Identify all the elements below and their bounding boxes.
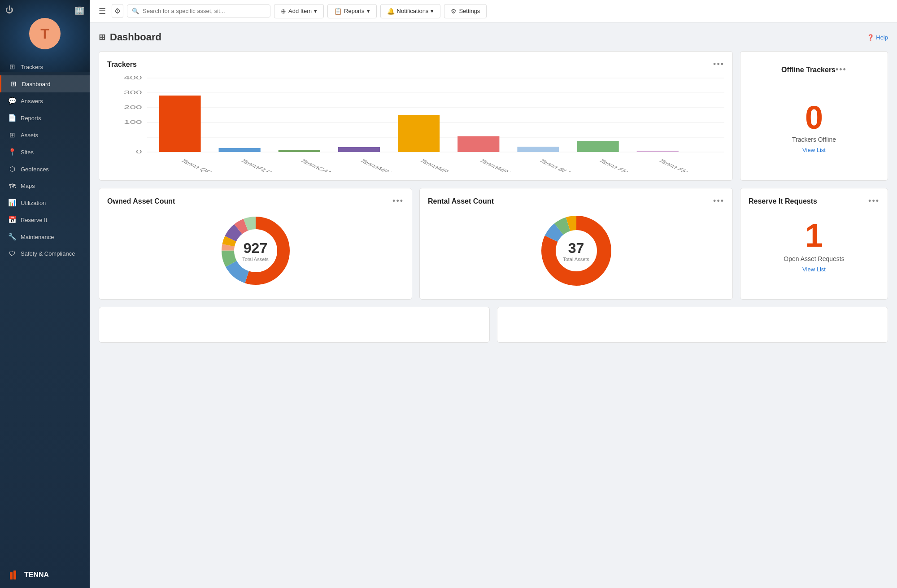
bar-chart-svg: 400 300 200 100 0 Tenna QR TennaFLEET II xyxy=(107,74,724,172)
bar-fleet-jbus xyxy=(637,151,679,152)
sidebar-label-dashboard: Dashboard xyxy=(22,81,51,87)
sidebar-item-trackers[interactable]: ⊞Trackers xyxy=(0,58,90,75)
filter-icon[interactable]: ⚙ xyxy=(112,4,123,18)
sidebar-icon-dashboard: ⊞ xyxy=(9,80,17,88)
bar-tennamini-solar xyxy=(338,147,380,152)
bar-tenna-ble xyxy=(517,147,559,152)
sidebar-label-maps: Maps xyxy=(21,183,35,189)
offline-card-menu[interactable]: ••• xyxy=(836,65,847,74)
offline-view-list[interactable]: View List xyxy=(802,147,826,153)
sidebar-item-assets[interactable]: ⊞Assets xyxy=(0,126,90,144)
power-button[interactable]: ⏻ xyxy=(5,5,13,15)
sidebar-item-utilization[interactable]: 📊Utilization xyxy=(0,194,90,211)
offline-label: Trackers Offline xyxy=(792,136,836,143)
settings-icon: ⚙ xyxy=(451,8,457,15)
bar-fleet-obdii xyxy=(577,141,619,152)
menu-icon[interactable]: ☰ xyxy=(96,4,108,18)
page-title: ⊞ Dashboard xyxy=(99,31,161,43)
extra-card-2 xyxy=(497,307,888,343)
sidebar-item-geofences[interactable]: ⬡Geofences xyxy=(0,161,90,178)
sidebar-item-reserve-it[interactable]: 📅Reserve It xyxy=(0,211,90,228)
sidebar-item-answers[interactable]: 💬Answers xyxy=(0,92,90,109)
reserve-label: Open Asset Requests xyxy=(784,255,844,262)
svg-text:Tenna BLE Beacon: Tenna BLE Beacon xyxy=(537,158,598,172)
rental-card-title: Rental Asset Count xyxy=(428,197,494,205)
bar-tennafleet xyxy=(219,148,261,152)
svg-text:200: 200 xyxy=(124,105,142,110)
reserve-card-header: Reserve It Requests ••• xyxy=(749,196,880,206)
sidebar-label-geofences: Geofences xyxy=(21,166,49,173)
reserve-card-menu[interactable]: ••• xyxy=(868,196,880,206)
sidebar-icon-reports: 📄 xyxy=(8,114,16,122)
svg-text:Tenna QR: Tenna QR xyxy=(179,158,214,172)
sidebar-icon-safety: 🛡 xyxy=(8,250,16,257)
sidebar-label-reserve-it: Reserve It xyxy=(21,217,47,223)
sidebar-item-reports[interactable]: 📄Reports xyxy=(0,109,90,126)
rental-card-menu[interactable]: ••• xyxy=(713,196,724,206)
extra-row xyxy=(99,307,888,343)
sidebar-icon-assets: ⊞ xyxy=(8,131,16,139)
sidebar-avatar-area: ⏻ 🏢 T xyxy=(0,0,90,56)
add-item-button[interactable]: ⊕ Add Item ▾ xyxy=(274,4,324,18)
svg-text:300: 300 xyxy=(124,90,142,95)
rental-donut-center: 37 Total Assets xyxy=(563,240,589,262)
offline-count: 0 xyxy=(805,101,823,134)
page-header: ⊞ Dashboard ❓ Help xyxy=(99,31,888,43)
sidebar-nav: ⊞Trackers⊞Dashboard💬Answers📄Reports⊞Asse… xyxy=(0,56,90,562)
sidebar-icon-geofences: ⬡ xyxy=(8,165,16,173)
sidebar-icon-maps: 🗺 xyxy=(8,182,16,190)
owned-card-title: Owned Asset Count xyxy=(107,197,175,205)
owned-total-label: Total Assets xyxy=(242,257,269,262)
sidebar-item-safety[interactable]: 🛡Safety & Compliance xyxy=(0,245,90,262)
sidebar-logo: TENNA xyxy=(0,562,90,588)
owned-card-menu[interactable]: ••• xyxy=(392,196,404,206)
reports-icon: 📋 xyxy=(334,8,342,15)
sidebar-item-maintenance[interactable]: 🔧Maintenance xyxy=(0,228,90,245)
owned-donut-center: 927 Total Assets xyxy=(242,240,269,262)
sidebar-label-maintenance: Maintenance xyxy=(21,234,54,240)
search-input[interactable] xyxy=(143,8,266,14)
sidebar-icon-sites: 📍 xyxy=(8,148,16,156)
sidebar-label-trackers: Trackers xyxy=(21,64,43,70)
svg-text:TennaMINI Plug-In: TennaMINI Plug-In xyxy=(477,158,536,172)
reserve-content: 1 Open Asset Requests View List xyxy=(749,210,880,282)
bar-tennamini-plugin xyxy=(457,136,499,152)
sidebar-item-maps[interactable]: 🗺Maps xyxy=(0,178,90,194)
notifications-chevron: ▾ xyxy=(431,8,434,14)
offline-card-header: Offline Trackers ••• xyxy=(781,65,847,74)
trackers-card-menu[interactable]: ••• xyxy=(713,60,724,69)
sidebar-icon-utilization: 📊 xyxy=(8,199,16,207)
offline-trackers-card: Offline Trackers ••• 0 Trackers Offline … xyxy=(740,51,888,181)
bar-tenna-qr xyxy=(159,96,200,152)
notifications-icon: 🔔 xyxy=(387,8,395,15)
svg-text:TennaCAM JBUS: TennaCAM JBUS xyxy=(298,158,354,172)
sidebar-label-sites: Sites xyxy=(21,149,34,156)
rental-donut: 37 Total Assets xyxy=(428,210,724,291)
reserve-view-list[interactable]: View List xyxy=(802,266,826,273)
dashboard-icon: ⊞ xyxy=(99,32,105,42)
reports-button[interactable]: 📋 Reports ▾ xyxy=(327,4,377,18)
help-link[interactable]: ❓ Help xyxy=(867,34,888,41)
rental-total: 37 xyxy=(568,240,584,257)
sidebar-label-reports: Reports xyxy=(21,115,41,122)
sidebar-item-dashboard[interactable]: ⊞Dashboard xyxy=(0,75,90,92)
building-icon[interactable]: 🏢 xyxy=(74,5,84,15)
rental-asset-card: Rental Asset Count ••• xyxy=(419,188,733,300)
sidebar-label-assets: Assets xyxy=(21,132,38,139)
trackers-bar-chart: 400 300 200 100 0 Tenna QR TennaFLEET II xyxy=(107,74,724,172)
owned-card-header: Owned Asset Count ••• xyxy=(107,196,404,206)
search-box: 🔍 xyxy=(127,4,270,17)
notifications-button[interactable]: 🔔 Notifications ▾ xyxy=(380,4,441,18)
trackers-card: Trackers ••• 400 300 xyxy=(99,51,733,181)
extra-card-1 xyxy=(99,307,490,343)
sidebar-item-sites[interactable]: 📍Sites xyxy=(0,144,90,161)
svg-text:TennaMINI Battery: TennaMINI Battery xyxy=(418,158,477,172)
sidebar-icon-answers: 💬 xyxy=(8,97,16,105)
settings-button[interactable]: ⚙ Settings xyxy=(444,4,487,18)
reserve-card: Reserve It Requests ••• 1 Open Asset Req… xyxy=(740,188,888,300)
add-item-chevron: ▾ xyxy=(314,8,317,14)
dashboard-content: ⊞ Dashboard ❓ Help Trackers ••• xyxy=(90,22,897,588)
owned-donut: 927 Total Assets xyxy=(107,210,404,291)
svg-text:400: 400 xyxy=(124,75,142,80)
offline-content: 0 Trackers Offline View List xyxy=(792,79,836,167)
